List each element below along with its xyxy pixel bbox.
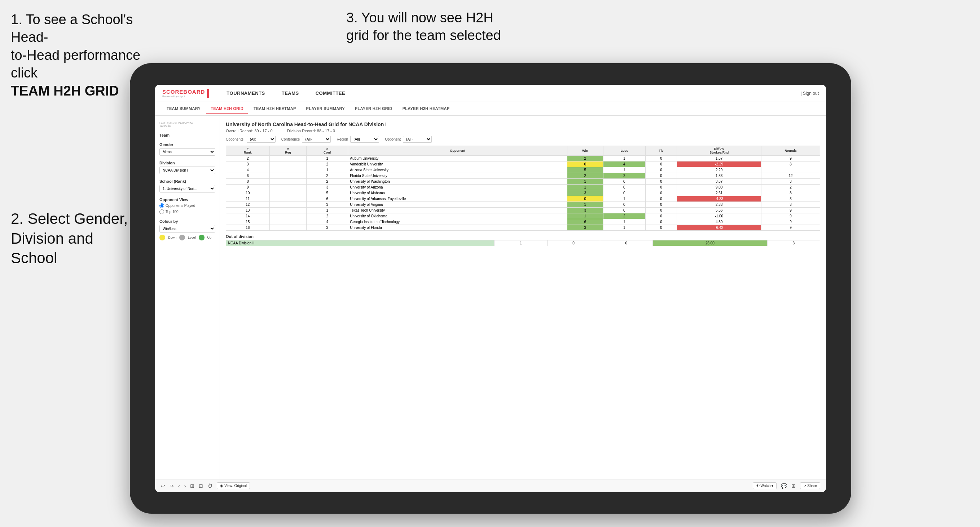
undo-icon[interactable]: ↩ [161, 483, 165, 489]
cell-opponent: Vanderbilt University [348, 162, 567, 167]
copy-icon[interactable]: ⊞ [190, 483, 194, 489]
cell-diff: -1.00 [677, 213, 761, 219]
school-select[interactable]: 1. University of Nort... [159, 185, 215, 192]
table-row: 8 2 University of Washington 1 0 0 3.67 … [226, 179, 820, 184]
cell-conf: 2 [307, 213, 348, 219]
radio-opponents-played[interactable]: Opponents Played [159, 203, 215, 208]
back-icon[interactable]: ‹ [178, 483, 180, 489]
paste-icon[interactable]: ⊡ [199, 483, 203, 489]
comment-icon[interactable]: 💬 [781, 483, 787, 489]
cell-loss: 1 [603, 225, 645, 231]
nav-teams[interactable]: TEAMS [279, 89, 302, 97]
cell-loss: 4 [603, 162, 645, 167]
eye-icon: 👁 [756, 484, 760, 488]
view-original-button[interactable]: ◉ View: Original [217, 482, 250, 489]
grid-title: University of North Carolina Head-to-Hea… [226, 121, 820, 127]
radio-top100[interactable]: Top 100 [159, 210, 215, 214]
cell-diff: 1.83 [677, 173, 761, 179]
cell-tie: 0 [645, 162, 677, 167]
region-filter[interactable]: (All) [350, 136, 379, 143]
cell-win: 0 [567, 196, 603, 202]
nav-committee[interactable]: COMMITTEE [313, 89, 348, 97]
opponent-view-label: Opponent View [159, 198, 215, 202]
cell-conf: 2 [307, 179, 348, 184]
cell-rounds: 9 [761, 219, 820, 225]
cell-tie: 0 [645, 179, 677, 184]
share-button[interactable]: ↗ Share [800, 482, 820, 489]
annotation-3: 3. You will now see H2H grid for the tea… [346, 9, 519, 45]
cell-loss: 1 [603, 219, 645, 225]
opponents-filter[interactable]: (All) [247, 136, 275, 143]
division-select[interactable]: NCAA Division I [159, 167, 215, 174]
grid-icon[interactable]: ⊞ [791, 483, 796, 489]
cell-win: 6 [567, 219, 603, 225]
tab-team-h2h-grid[interactable]: TEAM H2H GRID [206, 104, 248, 114]
cell-rounds: 8 [761, 162, 820, 167]
cell-rounds: 8 [761, 190, 820, 196]
tab-player-summary[interactable]: PLAYER SUMMARY [302, 104, 349, 113]
cell-conf: 5 [307, 190, 348, 196]
filter-row: Opponents: (All) Conference (All) Region [226, 136, 820, 143]
cell-opponent: University of Arkansas, Fayetteville [348, 196, 567, 202]
colour-dot-down [159, 235, 165, 240]
conference-filter-label: Conference [282, 137, 300, 141]
cell-conf: 1 [307, 208, 348, 213]
table-row: 10 5 University of Alabama 3 0 0 2.61 8 [226, 190, 820, 196]
redo-icon[interactable]: ↪ [170, 483, 174, 489]
cell-reg [269, 184, 306, 190]
clock-icon[interactable]: ⏱ [207, 483, 212, 489]
cell-tie: 0 [645, 196, 677, 202]
cell-conf: 6 [307, 196, 348, 202]
opponents-filter-label: Opponents: [226, 137, 245, 141]
tab-player-h2h-heatmap[interactable]: PLAYER H2H HEATMAP [398, 104, 454, 113]
cell-opponent: University of Oklahoma [348, 213, 567, 219]
cell-rank: 6 [226, 173, 270, 179]
colour-label-level: Level [188, 236, 196, 239]
table-row: 12 3 University of Virginia 1 0 0 2.33 3 [226, 202, 820, 208]
cell-loss: 1 [603, 167, 645, 173]
cell-rank: 8 [226, 179, 270, 184]
colour-by-label: Colour by [159, 219, 215, 224]
tab-team-h2h-heatmap[interactable]: TEAM H2H HEATMAP [249, 104, 301, 113]
cell-loss: 0 [603, 208, 645, 213]
cell-reg [269, 213, 306, 219]
division-label: Division [159, 161, 215, 165]
table-row: 15 4 Georgia Institute of Technology 6 1… [226, 219, 820, 225]
cell-rank: 11 [226, 196, 270, 202]
cell-win: 3 [567, 208, 603, 213]
cell-diff: -4.33 [677, 196, 761, 202]
col-loss: Loss [603, 146, 645, 156]
cell-rounds: 3 [761, 196, 820, 202]
colour-label-down: Down [168, 236, 177, 239]
tab-team-summary[interactable]: TEAM SUMMARY [162, 104, 205, 113]
cell-conf: 3 [307, 184, 348, 190]
cell-opponent: Florida State University [348, 173, 567, 179]
cell-conf: 4 [307, 219, 348, 225]
cell-diff: 2.29 [677, 167, 761, 173]
cell-win: 3 [567, 190, 603, 196]
cell-rank: 13 [226, 208, 270, 213]
cell-conf: 1 [307, 167, 348, 173]
col-opponent: Opponent [348, 146, 567, 156]
cell-rank: 3 [226, 162, 270, 167]
opponent-filter[interactable]: (All) [403, 136, 432, 143]
forward-icon[interactable]: › [184, 483, 186, 489]
col-rounds: Rounds [761, 146, 820, 156]
cell-rank: 10 [226, 190, 270, 196]
cell-loss: 1 [603, 156, 645, 162]
colour-by-select[interactable]: Win/loss [159, 225, 215, 232]
nav-tournaments[interactable]: TOURNAMENTS [224, 89, 267, 97]
gender-select[interactable]: Men's [159, 148, 215, 156]
tab-player-h2h-grid[interactable]: PLAYER H2H GRID [351, 104, 397, 113]
watch-button[interactable]: 👁 Watch ▾ [753, 482, 777, 489]
conference-filter[interactable]: (All) [302, 136, 331, 143]
cell-tie: 0 [645, 156, 677, 162]
cell-rank: 4 [226, 167, 270, 173]
cell-win: 0 [567, 162, 603, 167]
cell-rounds: 9 [761, 213, 820, 219]
cell-loss: 2 [603, 173, 645, 179]
cell-loss: 0 [603, 179, 645, 184]
cell-win: 1 [567, 202, 603, 208]
sign-out[interactable]: | Sign out [801, 91, 819, 96]
last-updated-time: 16:55:38 [159, 125, 215, 128]
